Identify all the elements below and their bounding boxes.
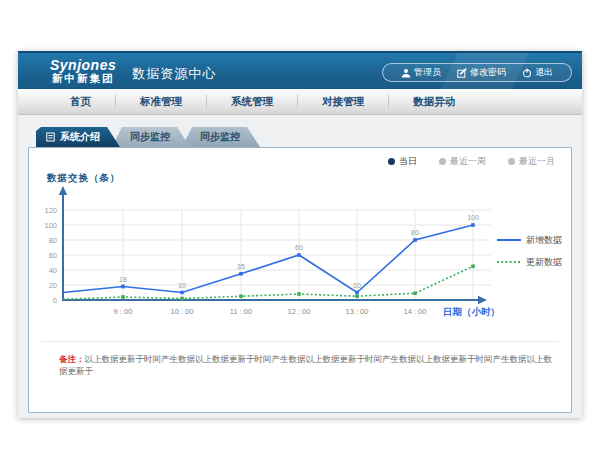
svg-text:新增数据: 新增数据 — [526, 235, 562, 245]
tab-system-intro[interactable]: 系统介绍 — [36, 127, 120, 147]
tab-sync-monitor-1[interactable]: 同步监控 — [112, 127, 190, 147]
company-logo: Synjones 新中新集团 — [50, 58, 116, 84]
app-window: Synjones 新中新集团 数据资源中心 管理员 修改密码 — [18, 51, 582, 418]
svg-text:35: 35 — [237, 263, 245, 270]
app-header: Synjones 新中新集团 数据资源中心 管理员 修改密码 — [18, 51, 582, 89]
svg-text:更新数据: 更新数据 — [526, 257, 562, 267]
chart-panel: 当日 最近一周 最近一月 数据交换（条） 0204060801001209 : … — [28, 147, 572, 413]
range-option-label: 最近一周 — [450, 155, 486, 168]
content-area: 系统介绍 同步监控 同步监控 当日 最近一周 — [18, 115, 582, 419]
nav-item-data-change[interactable]: 数据异动 — [388, 95, 479, 108]
logout-label: 退出 — [535, 66, 553, 79]
tab-label: 系统介绍 — [60, 130, 100, 144]
radio-dot-icon — [508, 158, 515, 165]
nav-item-standard-mgmt[interactable]: 标准管理 — [115, 95, 206, 108]
svg-text:13 : 00: 13 : 00 — [346, 307, 369, 316]
user-icon — [401, 68, 411, 78]
svg-text:11 : 00: 11 : 00 — [230, 307, 252, 316]
svg-text:60: 60 — [49, 251, 57, 260]
tab-label: 同步监控 — [130, 130, 170, 144]
svg-text:100: 100 — [467, 214, 479, 221]
radio-dot-icon — [388, 158, 395, 165]
power-icon — [522, 68, 532, 78]
footnote: 备注：以上数据更新于时间产生数据以上数据更新于时间产生数据以上数据更新于时间产生… — [59, 354, 553, 378]
svg-text:9 : 00: 9 : 00 — [114, 307, 133, 316]
admin-user-button[interactable]: 管理员 — [393, 66, 449, 79]
range-option-label: 当日 — [399, 155, 417, 168]
svg-text:14 : 00: 14 : 00 — [404, 307, 427, 316]
edit-icon — [457, 68, 467, 78]
svg-text:0: 0 — [53, 296, 57, 305]
svg-text:10 : 00: 10 : 00 — [171, 307, 194, 316]
svg-text:60: 60 — [295, 244, 303, 251]
svg-text:18: 18 — [119, 276, 127, 283]
svg-text:日期（小时）: 日期（小时） — [443, 306, 500, 318]
range-option-today[interactable]: 当日 — [388, 155, 417, 168]
svg-text:10: 10 — [178, 282, 186, 289]
range-option-label: 最近一月 — [519, 155, 555, 168]
tab-label: 同步监控 — [200, 130, 240, 144]
svg-text:10: 10 — [353, 282, 361, 289]
nav-item-home[interactable]: 首页 — [46, 95, 115, 108]
y-axis-title: 数据交换（条） — [47, 172, 121, 185]
document-icon — [46, 132, 55, 142]
range-option-last-month[interactable]: 最近一月 — [508, 155, 555, 168]
footnote-label: 备注： — [59, 354, 85, 364]
svg-text:80: 80 — [411, 229, 419, 236]
svg-text:120: 120 — [44, 206, 57, 215]
nav-item-interface-mgmt[interactable]: 对接管理 — [297, 95, 388, 108]
main-nav: 首页 标准管理 系统管理 对接管理 数据异动 — [18, 89, 582, 115]
nav-item-system-mgmt[interactable]: 系统管理 — [206, 95, 297, 108]
tab-bar: 系统介绍 同步监控 同步监控 — [36, 127, 582, 147]
svg-text:100: 100 — [44, 221, 57, 230]
time-range-selector: 当日 最近一周 最近一月 — [366, 155, 555, 168]
svg-text:20: 20 — [49, 281, 57, 290]
svg-text:80: 80 — [49, 236, 57, 245]
user-toolbar: 管理员 修改密码 退出 — [382, 63, 572, 82]
logout-button[interactable]: 退出 — [514, 66, 561, 79]
admin-user-label: 管理员 — [414, 66, 441, 79]
svg-text:12 : 00: 12 : 00 — [288, 307, 311, 316]
change-password-button[interactable]: 修改密码 — [449, 66, 514, 79]
tab-sync-monitor-2[interactable]: 同步监控 — [182, 127, 260, 147]
logo-text-en: Synjones — [50, 58, 116, 73]
footnote-text: 以上数据更新于时间产生数据以上数据更新于时间产生数据以上数据更新于时间产生数据以… — [59, 354, 552, 376]
radio-dot-icon — [439, 158, 446, 165]
svg-text:40: 40 — [49, 266, 57, 275]
logo-text-cn: 新中新集团 — [50, 73, 116, 84]
change-password-label: 修改密码 — [470, 66, 506, 79]
page-title: 数据资源中心 — [132, 65, 216, 83]
range-option-last-week[interactable]: 最近一周 — [439, 155, 486, 168]
